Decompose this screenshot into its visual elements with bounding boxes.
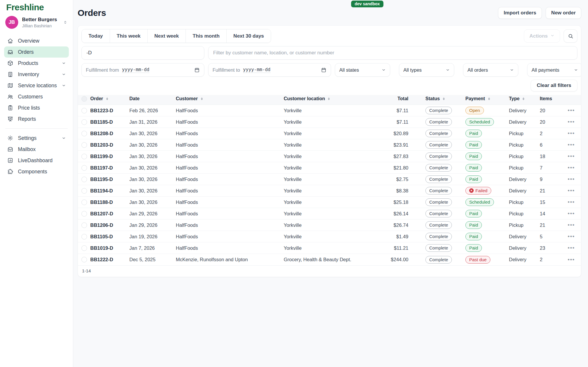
sidebar-item-reports[interactable]: Reports: [4, 113, 69, 125]
row-checkbox[interactable]: [81, 222, 87, 228]
row-actions-button[interactable]: •••: [565, 201, 577, 204]
row-checkbox[interactable]: [81, 234, 87, 239]
items-count: 2: [540, 131, 565, 136]
date-tab-today[interactable]: Today: [82, 29, 110, 43]
order-type: Pickup: [509, 165, 540, 171]
table-row[interactable]: BB1105-DJan 19, 2026HalfFoodsYorkville$1…: [78, 231, 581, 242]
column-header-status[interactable]: Status: [425, 96, 465, 101]
select-all-types[interactable]: All types: [399, 63, 454, 77]
table-row[interactable]: BB1188-DJan 30, 2026HalfFoodsYorkville$2…: [78, 197, 581, 208]
search-button[interactable]: [564, 29, 577, 43]
table-row[interactable]: BB1194-DJan 30, 2026HalfFoodsYorkville$8…: [78, 185, 581, 197]
column-header-order[interactable]: Order: [90, 96, 129, 101]
table-row[interactable]: BB1195-DJan 30, 2026HalfFoodsYorkville$2…: [78, 174, 581, 185]
row-checkbox[interactable]: [81, 188, 87, 194]
date-tab-this-month[interactable]: This month: [186, 29, 226, 43]
order-total: $8.38: [380, 188, 425, 194]
row-actions-button[interactable]: •••: [565, 258, 577, 261]
row-actions-button[interactable]: •••: [565, 109, 577, 112]
calendar-icon[interactable]: [321, 67, 327, 73]
row-checkbox[interactable]: [81, 142, 87, 148]
sidebar-item-price-lists[interactable]: Price lists: [4, 102, 69, 113]
select-all-states[interactable]: All states: [335, 63, 390, 77]
table-row[interactable]: BB1203-DJan 30, 2026HalfFoodsYorkville$2…: [78, 139, 581, 151]
date-tab-next-week[interactable]: Next week: [147, 29, 186, 43]
row-checkbox[interactable]: [81, 211, 87, 217]
row-actions-button[interactable]: •••: [565, 120, 577, 123]
table-row[interactable]: BB1223-DFeb 26, 2026HalfFoodsYorkville$7…: [78, 105, 581, 116]
clear-filters-button[interactable]: Clear all filters: [531, 80, 577, 91]
select-all-payments[interactable]: All payments: [527, 63, 581, 77]
sidebar-item-products[interactable]: Products: [4, 58, 69, 69]
row-actions-button[interactable]: •••: [565, 143, 577, 146]
select-all-orders[interactable]: All orders: [463, 63, 518, 77]
sidebar-item-customers[interactable]: Customers: [4, 91, 69, 102]
row-checkbox[interactable]: [81, 257, 87, 262]
fulfillment-from-field[interactable]: Fulfillment from yyyy-mm-dd: [81, 63, 204, 77]
status-badge: Complete: [425, 198, 452, 206]
row-actions-button[interactable]: •••: [565, 132, 577, 135]
items-count: 23: [540, 245, 565, 251]
row-actions-button[interactable]: •••: [565, 247, 577, 249]
row-actions-button[interactable]: •••: [565, 189, 577, 192]
row-checkbox[interactable]: [81, 154, 87, 159]
table-row[interactable]: BB1019-DJan 7, 2026HalfFoodsYorkville$11…: [78, 242, 581, 254]
status-cell: Complete: [425, 233, 465, 240]
payment-cell: Open: [465, 107, 509, 114]
mail-tray-icon: [7, 146, 14, 153]
sidebar-item-overview[interactable]: Overview: [4, 35, 69, 46]
row-checkbox[interactable]: [81, 245, 87, 251]
date-range-tabs: TodayThis weekNext weekThis monthNext 30…: [81, 29, 271, 43]
sidebar-item-components[interactable]: Components: [4, 166, 69, 177]
sidebar-item-settings[interactable]: Settings: [4, 133, 69, 144]
table-row[interactable]: BB1222-DDec 5, 2025McKenzie, Runolfsson …: [78, 254, 581, 265]
table-row[interactable]: BB1197-DJan 30, 2026HalfFoodsYorkville$2…: [78, 162, 581, 174]
sidebar-item-orders[interactable]: Orders: [4, 46, 69, 58]
date-tab-this-week[interactable]: This week: [110, 29, 147, 43]
table-row[interactable]: BB1199-DJan 30, 2026HalfFoodsYorkville$2…: [78, 151, 581, 162]
row-actions-button[interactable]: •••: [565, 178, 577, 181]
items-count: 7: [540, 165, 565, 171]
sidebar-item-mailbox[interactable]: Mailbox: [4, 144, 69, 155]
row-checkbox[interactable]: [81, 177, 87, 182]
order-total: $2.75: [380, 177, 425, 182]
column-header-location[interactable]: Customer location: [284, 96, 380, 101]
chart-square-icon: [7, 157, 14, 164]
row-actions-button[interactable]: •••: [565, 166, 577, 169]
row-checkbox[interactable]: [81, 119, 87, 125]
row-checkbox[interactable]: [81, 200, 87, 205]
customer-name: McKenzie, Runolfsson and Upton: [176, 257, 284, 262]
date-tab-next-30-days[interactable]: Next 30 days: [226, 29, 271, 43]
table-row[interactable]: BB1207-DJan 29, 2026HalfFoodsYorkville$2…: [78, 208, 581, 219]
table-row[interactable]: BB1208-DJan 30, 2026HalfFoodsYorkville$2…: [78, 128, 581, 139]
import-orders-button[interactable]: Import orders: [498, 7, 542, 19]
fulfillment-to-field[interactable]: Fulfillment to yyyy-mm-dd: [208, 63, 331, 77]
table-row[interactable]: BB1206-DJan 29, 2026HalfFoodsYorkville$2…: [78, 219, 581, 231]
row-actions-button[interactable]: •••: [565, 212, 577, 215]
table-row[interactable]: BB1185-DJan 31, 2026HalfFoodsYorkville$7…: [78, 116, 581, 128]
column-header-payment[interactable]: Payment: [465, 96, 509, 101]
sidebar-item-service-locations[interactable]: Service locations: [4, 80, 69, 91]
row-checkbox[interactable]: [81, 165, 87, 171]
account-switcher[interactable]: JB Better Burgers Jillian Bashirian: [4, 16, 69, 29]
payment-badge: Paid: [465, 210, 482, 217]
column-header-customer[interactable]: Customer: [176, 96, 284, 101]
order-type: Pickup: [509, 211, 540, 217]
new-order-button[interactable]: New order: [546, 7, 581, 19]
actions-dropdown[interactable]: Actions: [524, 29, 560, 43]
customer-name: HalfFoods: [176, 165, 284, 171]
sidebar-item-inventory[interactable]: Inventory: [4, 69, 69, 80]
row-actions-button[interactable]: •••: [565, 224, 577, 227]
row-checkbox[interactable]: [81, 131, 87, 136]
column-header-type[interactable]: Type: [509, 96, 540, 101]
row-actions-button[interactable]: •••: [565, 155, 577, 158]
column-label: Status: [425, 96, 440, 101]
customer-search-input[interactable]: [208, 46, 577, 60]
order-id: BB1203-D: [90, 142, 129, 148]
order-search-input[interactable]: [81, 46, 204, 60]
calendar-icon[interactable]: [194, 67, 200, 73]
row-checkbox[interactable]: [81, 108, 87, 113]
sidebar-item-livedashboard[interactable]: LiveDashboard: [4, 155, 69, 166]
row-actions-button[interactable]: •••: [565, 235, 577, 238]
select-all-checkbox[interactable]: [81, 96, 87, 102]
